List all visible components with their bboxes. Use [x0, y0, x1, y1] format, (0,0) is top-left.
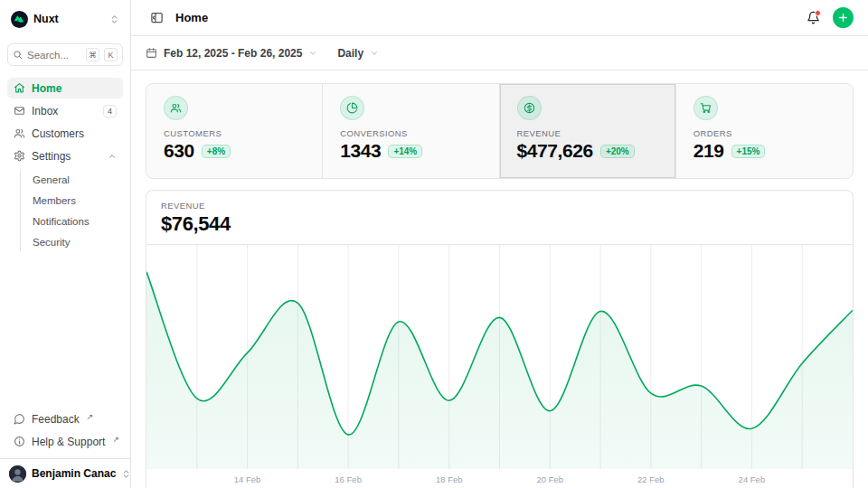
content: CUSTOMERS 630 +8% CONVERSIONS 1343 +14% — [131, 70, 868, 488]
sidebar-item-label: Home — [32, 82, 61, 95]
gear-icon — [14, 150, 25, 162]
stat-card-conversions[interactable]: CONVERSIONS 1343 +14% — [323, 84, 499, 178]
main-area: Home Feb 12, 2 — [131, 0, 868, 488]
sidebar-nav: Home Inbox 4 Customers Settings — [7, 78, 123, 251]
message-bubble-icon — [14, 413, 25, 425]
users-icon — [14, 127, 25, 139]
x-tick: 24 Feb — [739, 474, 766, 484]
sidebar-item-label: Settings — [32, 150, 71, 163]
chevron-up-down-icon — [121, 469, 131, 479]
stat-delta-badge: +14% — [388, 145, 422, 158]
sidebar-spacer — [7, 251, 123, 397]
sidebar-item-notifications[interactable]: Notifications — [21, 211, 123, 230]
calendar-icon — [146, 47, 157, 59]
workspace-switcher[interactable]: Nuxt — [7, 8, 123, 30]
revenue-chart-panel: REVENUE $76,544 14 Feb 16 Feb 18 Feb 20 … — [146, 190, 854, 488]
x-tick: 20 Feb — [536, 474, 563, 484]
settings-submenu: General Members Notifications Security — [20, 170, 123, 251]
sidebar: Nuxt ⌘ K Home Inbo — [0, 0, 131, 488]
stats-row: CUSTOMERS 630 +8% CONVERSIONS 1343 +14% — [146, 83, 854, 179]
stat-label: CONVERSIONS — [340, 128, 481, 138]
date-range-label: Feb 12, 2025 - Feb 26, 2025 — [164, 47, 302, 60]
sidebar-item-label: Feedback — [32, 413, 80, 426]
sidebar-item-security[interactable]: Security — [21, 232, 123, 251]
home-icon — [14, 82, 25, 94]
sidebar-item-home[interactable]: Home — [7, 78, 123, 99]
brand-name: Nuxt — [33, 13, 59, 25]
top-bar: Home — [131, 0, 868, 36]
sidebar-item-label: General — [33, 174, 70, 185]
chart-current-value: $76,544 — [161, 212, 838, 236]
pie-chart-icon — [340, 96, 364, 120]
nuxt-logo-icon — [11, 11, 28, 28]
shopping-cart-icon — [693, 96, 718, 120]
stat-card-customers[interactable]: CUSTOMERS 630 +8% — [146, 84, 323, 178]
info-circle-icon — [14, 436, 25, 447]
sidebar-item-label: Notifications — [33, 216, 90, 227]
sidebar-item-help-support[interactable]: Help & Support ↗ — [7, 431, 123, 452]
search-box[interactable]: ⌘ K — [7, 43, 123, 66]
stat-value: 1343 — [340, 140, 381, 162]
collapse-sidebar-button[interactable] — [146, 7, 167, 29]
stat-value: 630 — [164, 140, 194, 162]
stat-delta-badge: +15% — [731, 145, 766, 158]
panel-collapse-icon — [150, 11, 164, 24]
sidebar-item-members[interactable]: Members — [21, 191, 123, 210]
kbd-meta: ⌘ — [86, 48, 99, 61]
x-tick: 14 Feb — [234, 474, 261, 484]
search-icon — [13, 50, 23, 60]
granularity-label: Daily — [337, 47, 363, 60]
notification-dot — [815, 10, 821, 16]
sidebar-item-feedback[interactable]: Feedback ↗ — [7, 408, 123, 429]
stat-card-orders[interactable]: ORDERS 219 +15% — [676, 84, 853, 178]
chevron-down-icon — [308, 49, 317, 58]
user-name: Benjamin Canac — [32, 467, 116, 480]
plus-icon — [837, 12, 849, 23]
sidebar-item-label: Help & Support — [32, 436, 105, 448]
sidebar-item-label: Security — [33, 237, 71, 248]
sidebar-item-label: Inbox — [32, 105, 58, 117]
sidebar-item-customers[interactable]: Customers — [7, 123, 123, 144]
external-link-icon: ↗ — [112, 435, 119, 444]
chart-svg — [146, 245, 853, 469]
sidebar-item-inbox[interactable]: Inbox 4 — [7, 100, 123, 121]
stat-card-revenue[interactable]: REVENUE $477,626 +20% — [500, 84, 676, 178]
chart-header: REVENUE $76,544 — [146, 191, 853, 245]
chevron-up-down-icon — [109, 14, 119, 24]
sidebar-item-general[interactable]: General — [21, 170, 123, 189]
kbd-k: K — [104, 48, 118, 61]
sidebar-item-settings[interactable]: Settings — [7, 145, 123, 166]
users-icon — [164, 96, 188, 120]
date-range-picker[interactable]: Feb 12, 2025 - Feb 26, 2025 — [146, 47, 317, 60]
stat-label: REVENUE — [517, 128, 658, 138]
avatar — [9, 465, 26, 483]
filter-toolbar: Feb 12, 2025 - Feb 26, 2025 Daily — [131, 36, 868, 70]
chart-x-axis: 14 Feb 16 Feb 18 Feb 20 Feb 22 Feb 24 Fe… — [146, 469, 853, 488]
sidebar-footer-nav: Feedback ↗ Help & Support ↗ — [7, 408, 123, 452]
granularity-select[interactable]: Daily — [337, 47, 379, 60]
page-title: Home — [175, 11, 208, 24]
x-tick: 18 Feb — [436, 474, 463, 484]
stat-delta-badge: +8% — [202, 145, 231, 158]
stat-value: $477,626 — [517, 140, 593, 162]
user-menu[interactable]: Benjamin Canac — [0, 458, 130, 488]
search-input[interactable] — [27, 50, 81, 61]
stat-label: ORDERS — [693, 128, 835, 138]
external-link-icon: ↗ — [87, 412, 94, 421]
add-button[interactable] — [833, 7, 854, 28]
stat-label: CUSTOMERS — [164, 128, 305, 138]
inbox-count-badge: 4 — [103, 105, 117, 117]
notifications-button[interactable] — [802, 7, 824, 29]
sidebar-item-label: Customers — [32, 127, 84, 140]
x-tick: 22 Feb — [637, 474, 665, 484]
x-tick: 16 Feb — [335, 474, 362, 484]
top-actions — [802, 7, 854, 29]
dashboard-page: Nuxt ⌘ K Home Inbo — [0, 0, 868, 488]
stat-value: 219 — [693, 140, 724, 162]
stat-delta-badge: +20% — [600, 145, 635, 158]
dollar-circle-icon — [517, 96, 542, 120]
sidebar-item-label: Members — [33, 195, 76, 206]
chevron-down-icon — [370, 49, 379, 58]
chart-title: REVENUE — [161, 201, 838, 211]
revenue-area-chart — [146, 245, 853, 469]
